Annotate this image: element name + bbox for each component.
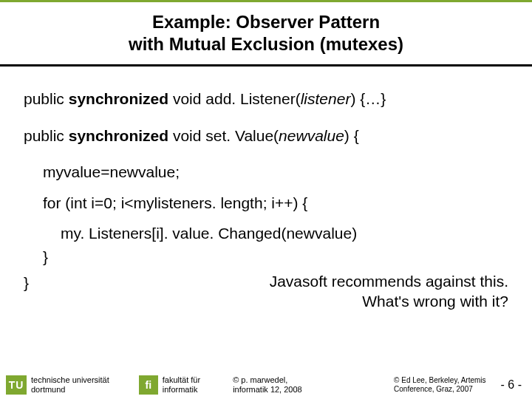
code-arg: listener [301,90,351,107]
code-text: void set. Value( [168,127,279,144]
fi-line-2: informatik [163,385,200,395]
code-line-2: public synchronized void set. Value(newv… [24,124,508,148]
slide-title: Example: Observer Pattern with Mutual Ex… [0,2,532,63]
code-text: public [24,127,69,144]
slide-body: public synchronized void add. Listener(l… [0,66,532,312]
code-text: void add. Listener( [168,90,301,107]
tu-line-1: technische universität [31,375,109,385]
center-credit: © p. marwedel, informatik 12, 2008 [211,375,383,395]
tu-logo-mark: TU [6,375,27,395]
page-number: - 6 - [497,378,526,392]
credit-line-2: informatik 12, 2008 [233,385,383,395]
commentary-line-2: What's wrong with it? [29,291,508,311]
title-line-1: Example: Observer Pattern [15,11,517,33]
code-text: ) {…} [350,90,386,107]
credit-line-1: © p. marwedel, [233,375,383,385]
code-line-1: public synchronized void add. Listener(l… [24,87,508,111]
code-line-6: } [24,245,508,269]
right-credit: © Ed Lee, Berkeley, Artemis Conference, … [394,376,485,393]
keyword-synchronized: synchronized [69,127,168,144]
credit-right-2: Conference, Graz, 2007 [394,385,485,394]
fi-logo-mark: fi [139,375,158,395]
credit-right-1: © Ed Lee, Berkeley, Artemis [394,376,485,385]
code-line-7: } [24,271,29,295]
commentary-block: Javasoft recommends against this. What's… [29,271,508,312]
title-line-2: with Mutual Exclusion (mutexes) [15,33,517,55]
fi-logo: fi fakultät für informatik [139,375,200,395]
code-line-3: myvalue=newvalue; [24,160,508,184]
code-line-4: for (int i=0; i<mylisteners. length; i++… [24,191,508,215]
code-arg: newvalue [279,127,344,144]
code-text: ) { [344,127,359,144]
closing-row: } Javasoft recommends against this. What… [24,271,508,312]
slide-footer: TU technische universität dortmund fi fa… [0,375,532,395]
keyword-synchronized: synchronized [69,90,168,107]
commentary-line-1: Javasoft recommends against this. [29,271,508,291]
tu-logo-text: technische universität dortmund [31,375,109,394]
code-line-5: my. Listeners[i]. value. Changed(newvalu… [24,222,508,245]
fi-line-1: fakultät für [163,375,200,385]
code-text: public [24,90,69,107]
tu-line-2: dortmund [31,385,109,395]
tu-logo: TU technische universität dortmund [6,375,109,395]
fi-logo-text: fakultät für informatik [163,375,200,394]
